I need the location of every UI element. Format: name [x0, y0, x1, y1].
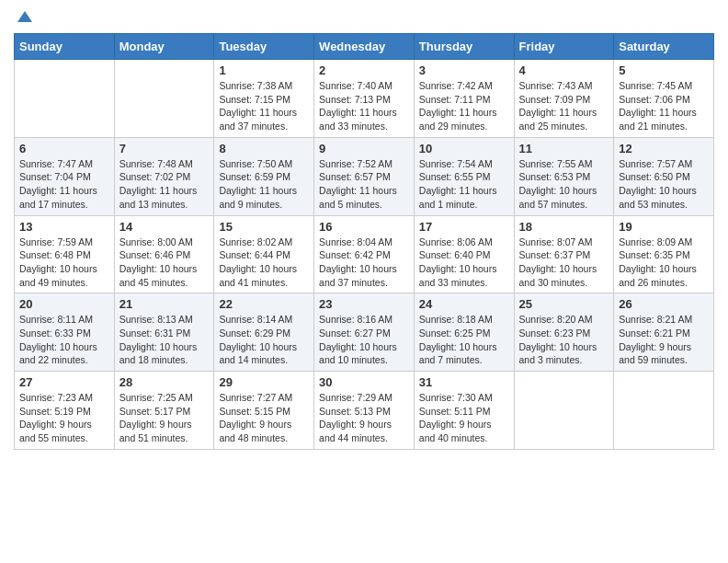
day-number: 29 — [219, 375, 309, 389]
weekday-header: Wednesday — [314, 34, 415, 60]
day-number: 21 — [119, 297, 210, 311]
weekday-header: Friday — [514, 34, 614, 60]
calendar-day-cell: 5Sunrise: 7:45 AMSunset: 7:06 PMDaylight… — [614, 60, 714, 138]
calendar-day-cell: 3Sunrise: 7:42 AMSunset: 7:11 PMDaylight… — [414, 60, 514, 138]
day-info: Sunrise: 7:54 AMSunset: 6:55 PMDaylight:… — [419, 157, 509, 212]
day-info: Sunrise: 7:27 AMSunset: 5:15 PMDaylight:… — [219, 391, 309, 445]
calendar-day-cell: 28Sunrise: 7:25 AMSunset: 5:17 PMDayligh… — [114, 372, 214, 450]
day-number: 10 — [419, 142, 509, 155]
day-number: 27 — [19, 375, 109, 389]
calendar-day-cell: 15Sunrise: 8:02 AMSunset: 6:44 PMDayligh… — [214, 215, 314, 293]
day-number: 9 — [319, 142, 409, 155]
day-info: Sunrise: 8:18 AMSunset: 6:25 PMDaylight:… — [419, 313, 509, 367]
day-number: 14 — [119, 220, 210, 234]
day-number: 11 — [519, 142, 609, 155]
day-info: Sunrise: 7:45 AMSunset: 7:06 PMDaylight:… — [619, 79, 709, 133]
calendar-day-cell: 24Sunrise: 8:18 AMSunset: 6:25 PMDayligh… — [414, 293, 514, 372]
day-number: 22 — [219, 297, 309, 311]
calendar-day-cell — [15, 60, 115, 138]
day-number: 5 — [619, 63, 709, 77]
calendar-day-cell: 22Sunrise: 8:14 AMSunset: 6:29 PMDayligh… — [214, 293, 314, 372]
day-number: 19 — [619, 220, 709, 234]
weekday-header: Tuesday — [214, 34, 314, 60]
day-info: Sunrise: 7:43 AMSunset: 7:09 PMDaylight:… — [519, 79, 609, 133]
calendar-day-cell: 6Sunrise: 7:47 AMSunset: 7:04 PMDaylight… — [15, 137, 115, 215]
calendar-week-row: 20Sunrise: 8:11 AMSunset: 6:33 PMDayligh… — [15, 293, 714, 372]
day-number: 17 — [419, 220, 509, 234]
calendar-day-cell: 12Sunrise: 7:57 AMSunset: 6:50 PMDayligh… — [614, 137, 714, 215]
weekday-header: Sunday — [15, 34, 115, 60]
header — [14, 9, 714, 28]
day-number: 1 — [219, 63, 309, 77]
logo-icon — [16, 9, 34, 28]
day-info: Sunrise: 7:59 AMSunset: 6:48 PMDaylight:… — [19, 236, 109, 290]
day-number: 12 — [619, 142, 709, 155]
calendar-day-cell: 9Sunrise: 7:52 AMSunset: 6:57 PMDaylight… — [314, 137, 415, 215]
day-info: Sunrise: 7:30 AMSunset: 5:11 PMDaylight:… — [419, 391, 509, 445]
day-info: Sunrise: 8:21 AMSunset: 6:21 PMDaylight:… — [619, 313, 709, 367]
calendar-day-cell: 26Sunrise: 8:21 AMSunset: 6:21 PMDayligh… — [614, 293, 714, 372]
logo — [14, 9, 34, 28]
calendar-day-cell: 20Sunrise: 8:11 AMSunset: 6:33 PMDayligh… — [15, 293, 115, 372]
day-number: 13 — [19, 220, 109, 234]
day-info: Sunrise: 8:11 AMSunset: 6:33 PMDaylight:… — [19, 313, 109, 367]
day-info: Sunrise: 7:42 AMSunset: 7:11 PMDaylight:… — [419, 79, 509, 133]
calendar-day-cell: 7Sunrise: 7:48 AMSunset: 7:02 PMDaylight… — [114, 137, 214, 215]
calendar-day-cell — [614, 372, 714, 450]
calendar-day-cell: 21Sunrise: 8:13 AMSunset: 6:31 PMDayligh… — [114, 293, 214, 372]
day-info: Sunrise: 8:14 AMSunset: 6:29 PMDaylight:… — [219, 313, 309, 367]
calendar-day-cell: 18Sunrise: 8:07 AMSunset: 6:37 PMDayligh… — [514, 215, 614, 293]
calendar-day-cell: 4Sunrise: 7:43 AMSunset: 7:09 PMDaylight… — [514, 60, 614, 138]
day-number: 28 — [119, 375, 210, 389]
day-info: Sunrise: 8:20 AMSunset: 6:23 PMDaylight:… — [519, 313, 609, 367]
day-number: 7 — [119, 142, 210, 155]
calendar-week-row: 27Sunrise: 7:23 AMSunset: 5:19 PMDayligh… — [15, 372, 714, 450]
day-info: Sunrise: 7:40 AMSunset: 7:13 PMDaylight:… — [319, 79, 409, 133]
page: SundayMondayTuesdayWednesdayThursdayFrid… — [0, 0, 728, 464]
calendar-day-cell: 8Sunrise: 7:50 AMSunset: 6:59 PMDaylight… — [214, 137, 314, 215]
day-info: Sunrise: 7:25 AMSunset: 5:17 PMDaylight:… — [119, 391, 210, 445]
day-info: Sunrise: 7:48 AMSunset: 7:02 PMDaylight:… — [119, 157, 210, 212]
day-number: 20 — [19, 297, 109, 311]
day-info: Sunrise: 8:04 AMSunset: 6:42 PMDaylight:… — [319, 236, 409, 290]
day-number: 31 — [419, 375, 509, 389]
calendar-day-cell: 19Sunrise: 8:09 AMSunset: 6:35 PMDayligh… — [614, 215, 714, 293]
calendar-header-row: SundayMondayTuesdayWednesdayThursdayFrid… — [15, 34, 714, 60]
calendar-week-row: 13Sunrise: 7:59 AMSunset: 6:48 PMDayligh… — [15, 215, 714, 293]
day-info: Sunrise: 7:23 AMSunset: 5:19 PMDaylight:… — [19, 391, 109, 445]
day-info: Sunrise: 8:16 AMSunset: 6:27 PMDaylight:… — [319, 313, 409, 367]
calendar-table: SundayMondayTuesdayWednesdayThursdayFrid… — [14, 33, 714, 450]
day-info: Sunrise: 7:57 AMSunset: 6:50 PMDaylight:… — [619, 157, 709, 212]
day-info: Sunrise: 8:09 AMSunset: 6:35 PMDaylight:… — [619, 236, 709, 290]
weekday-header: Thursday — [414, 34, 514, 60]
calendar-day-cell: 13Sunrise: 7:59 AMSunset: 6:48 PMDayligh… — [15, 215, 115, 293]
day-number: 16 — [319, 220, 409, 234]
weekday-header: Monday — [114, 34, 214, 60]
day-number: 15 — [219, 220, 309, 234]
calendar-week-row: 6Sunrise: 7:47 AMSunset: 7:04 PMDaylight… — [15, 137, 714, 215]
day-number: 3 — [419, 63, 509, 77]
calendar-day-cell: 11Sunrise: 7:55 AMSunset: 6:53 PMDayligh… — [514, 137, 614, 215]
calendar-day-cell — [514, 372, 614, 450]
day-info: Sunrise: 8:07 AMSunset: 6:37 PMDaylight:… — [519, 236, 609, 290]
day-info: Sunrise: 7:38 AMSunset: 7:15 PMDaylight:… — [219, 79, 309, 133]
calendar-day-cell: 23Sunrise: 8:16 AMSunset: 6:27 PMDayligh… — [314, 293, 415, 372]
calendar-day-cell: 30Sunrise: 7:29 AMSunset: 5:13 PMDayligh… — [314, 372, 415, 450]
day-info: Sunrise: 8:02 AMSunset: 6:44 PMDaylight:… — [219, 236, 309, 290]
day-number: 4 — [519, 63, 609, 77]
calendar-week-row: 1Sunrise: 7:38 AMSunset: 7:15 PMDaylight… — [15, 60, 714, 138]
day-info: Sunrise: 7:29 AMSunset: 5:13 PMDaylight:… — [319, 391, 409, 445]
day-info: Sunrise: 7:52 AMSunset: 6:57 PMDaylight:… — [319, 157, 409, 212]
day-number: 6 — [19, 142, 109, 155]
calendar-day-cell: 2Sunrise: 7:40 AMSunset: 7:13 PMDaylight… — [314, 60, 415, 138]
day-number: 23 — [319, 297, 409, 311]
day-number: 30 — [319, 375, 409, 389]
day-number: 18 — [519, 220, 609, 234]
day-number: 8 — [219, 142, 309, 155]
day-info: Sunrise: 8:00 AMSunset: 6:46 PMDaylight:… — [119, 236, 210, 290]
day-info: Sunrise: 8:13 AMSunset: 6:31 PMDaylight:… — [119, 313, 210, 367]
day-info: Sunrise: 7:50 AMSunset: 6:59 PMDaylight:… — [219, 157, 309, 212]
svg-marker-0 — [17, 11, 32, 22]
day-number: 24 — [419, 297, 509, 311]
calendar-day-cell: 17Sunrise: 8:06 AMSunset: 6:40 PMDayligh… — [414, 215, 514, 293]
